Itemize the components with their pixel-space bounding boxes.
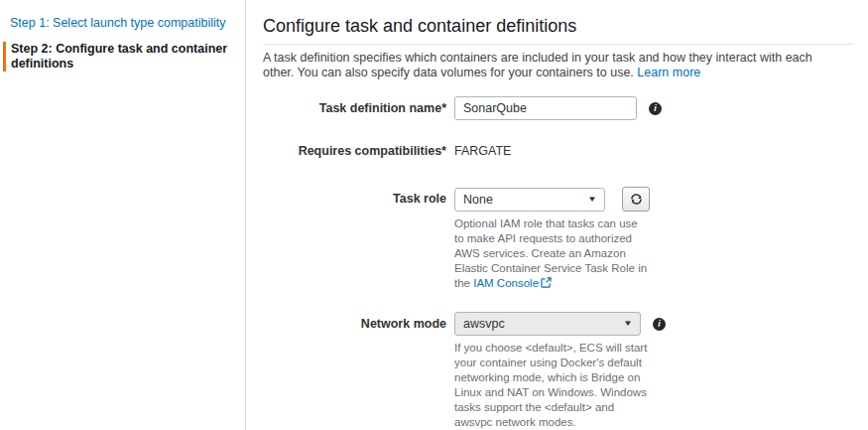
page-title: Configure task and container definitions bbox=[263, 15, 853, 37]
external-link-icon bbox=[541, 277, 552, 288]
sidebar-item-step-1[interactable]: Step 1: Select launch type compatibility bbox=[10, 16, 245, 31]
network-mode-select[interactable]: awsvpc ▼ bbox=[454, 312, 641, 336]
learn-more-link[interactable]: Learn more bbox=[637, 66, 700, 79]
info-icon[interactable]: i bbox=[649, 102, 662, 115]
task-role-selected-value: None bbox=[463, 193, 493, 207]
description-text: A task definition specifies which contai… bbox=[263, 51, 812, 79]
refresh-icon bbox=[630, 193, 643, 206]
task-definition-name-input[interactable] bbox=[454, 96, 637, 120]
network-mode-label: Network mode bbox=[263, 312, 446, 336]
network-mode-row: Network mode awsvpc ▼ i If you choose <d… bbox=[263, 312, 853, 430]
chevron-down-icon: ▼ bbox=[587, 196, 597, 204]
task-role-label: Task role bbox=[263, 187, 446, 211]
task-definition-name-row: Task definition name* i bbox=[263, 96, 853, 120]
requires-compatibilities-value: FARGATE bbox=[454, 144, 511, 159]
iam-console-link[interactable]: IAM Console bbox=[473, 277, 539, 289]
page-description: A task definition specifies which contai… bbox=[263, 51, 840, 79]
network-mode-help-text: If you choose <default>, ECS will start … bbox=[454, 341, 649, 430]
title-divider bbox=[263, 44, 853, 45]
info-icon[interactable]: i bbox=[653, 318, 666, 331]
task-role-help-text: Optional IAM role that tasks can use to … bbox=[454, 216, 649, 291]
sidebar-item-step-2-current: Step 2: Configure task and container def… bbox=[3, 42, 245, 72]
chevron-down-icon: ▼ bbox=[623, 320, 633, 328]
requires-compatibilities-row: Requires compatibilities* FARGATE bbox=[263, 144, 853, 159]
task-role-select[interactable]: None ▼ bbox=[454, 188, 605, 212]
refresh-task-roles-button[interactable] bbox=[622, 187, 650, 212]
requires-compatibilities-label: Requires compatibilities* bbox=[263, 144, 446, 159]
task-role-row: Task role None ▼ bbox=[263, 187, 853, 291]
ecs-task-definition-wizard: Step 1: Select launch type compatibility… bbox=[0, 0, 868, 430]
task-definition-name-label: Task definition name* bbox=[263, 96, 446, 120]
configure-task-panel: Configure task and container definitions… bbox=[246, 0, 868, 430]
network-mode-selected-value: awsvpc bbox=[463, 317, 505, 331]
wizard-steps-sidebar: Step 1: Select launch type compatibility… bbox=[0, 0, 246, 430]
